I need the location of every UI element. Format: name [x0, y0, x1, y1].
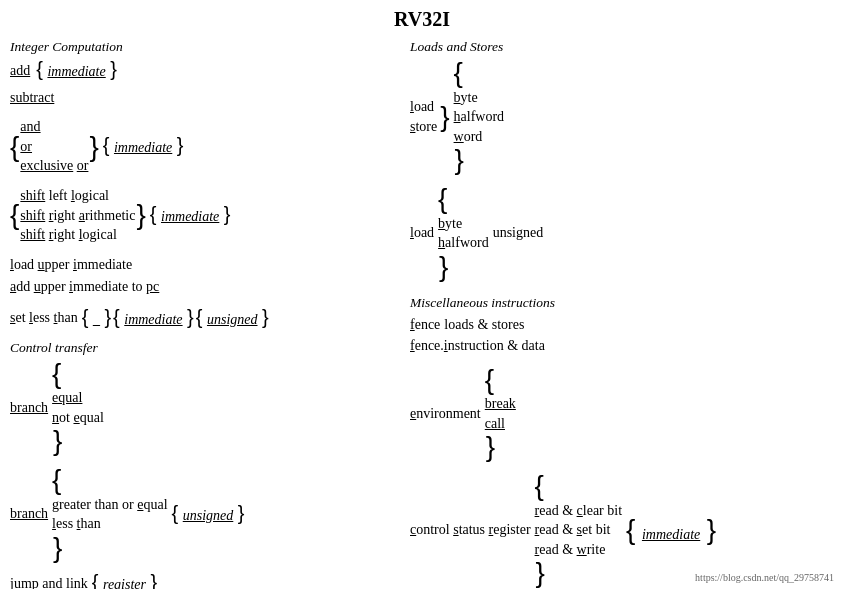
slt-unsigned-group: { unsigned }: [196, 307, 269, 330]
store-label: store: [410, 117, 437, 137]
unsigned2-label: unsigned: [493, 223, 544, 243]
immediate-add: immediate: [47, 64, 105, 79]
branch2-brace: { greater than or equal less than }: [52, 466, 167, 562]
row-load-unsigned: load { byte halfword } unsigned: [410, 185, 840, 281]
slt-immediate-label: { immediate }: [113, 307, 194, 330]
row-subtract: subtract: [10, 88, 410, 108]
shift-content: shift left logical shift right arithmeti…: [20, 186, 135, 245]
shift-right-arithmetic: shift right arithmetic: [20, 206, 135, 226]
jal-label: jump and link: [10, 574, 88, 589]
row-shift: { shift left logical shift right arithme…: [10, 186, 410, 245]
lui-label: load upper immediate: [10, 255, 132, 275]
row-environment: environment { break call }: [410, 366, 840, 462]
fence2-label: fence.instruction & data: [410, 336, 545, 356]
shift-right-logical: shift right logical: [20, 225, 116, 245]
row-add: add { immediate }: [10, 59, 410, 82]
row-load-store: load store } { byte halfword word }: [410, 59, 840, 175]
row-auipc: add upper immediate to pc: [10, 277, 410, 297]
exclusive-or-label: exclusive or: [20, 156, 88, 176]
env-brace: { break call }: [485, 366, 516, 462]
brace-right-add: }: [110, 58, 117, 80]
brace-right-shift: }: [136, 201, 145, 229]
jal-reg-group: { register }: [92, 572, 157, 589]
slt-label: set less than: [10, 308, 78, 328]
page-title: RV32I: [0, 0, 844, 31]
load2-label: load: [410, 223, 434, 243]
row-csr: control status register { read & clear b…: [410, 472, 840, 588]
row-jal: jump and link { register }: [10, 572, 410, 589]
slt-immediate-group: { _ }: [82, 307, 111, 330]
row-fence2: fence.instruction & data: [410, 336, 840, 356]
footnote: https://blog.csdn.net/qq_29758741: [695, 572, 834, 583]
branch1-label: branch: [10, 398, 48, 418]
branch2-label: branch: [10, 504, 48, 524]
immediate-logical-group: { immediate }: [103, 135, 184, 158]
csr-label: control status register: [410, 520, 531, 540]
brace-left-logical: {: [10, 133, 19, 161]
fence1-rest: loads & stores: [444, 315, 524, 335]
add-brace-group: { immediate }: [36, 59, 117, 82]
immediate-shift-group: { immediate }: [150, 204, 231, 227]
brace-left-shift: {: [10, 201, 19, 229]
csr-brace: { read & clear bit read & set bit read &…: [535, 472, 622, 588]
row-branch1: branch { equal not equal }: [10, 360, 410, 456]
env-label: environment: [410, 404, 481, 424]
branch2-unsigned-group: { unsigned }: [172, 503, 245, 526]
section-loads-stores: Loads and Stores: [410, 39, 840, 55]
section-control-transfer: Control transfer: [10, 340, 410, 356]
row-logical: { and or exclusive or } { immediate }: [10, 117, 410, 176]
right-column: Loads and Stores load store } { byte hal…: [410, 39, 840, 589]
add-label: add: [10, 61, 30, 81]
row-slt: set less than { _ } { immediate } { unsi…: [10, 307, 410, 330]
auipc-label: add upper immediate to pc: [10, 277, 159, 297]
fence1-label: fence: [410, 315, 440, 335]
load-label: load: [410, 97, 434, 117]
load2-brace: { byte halfword }: [438, 185, 489, 281]
branch1-brace: { equal not equal }: [52, 360, 104, 456]
section-integer-computation: Integer Computation: [10, 39, 410, 55]
row-fence1: fence loads & stores: [410, 315, 840, 335]
or-label: or: [20, 137, 32, 157]
logical-content: and or exclusive or: [20, 117, 88, 176]
csr-immediate-group: { immediate }: [626, 516, 716, 545]
row-lui: load upper immediate: [10, 255, 410, 275]
row-branch2: branch { greater than or equal less than…: [10, 466, 410, 562]
shift-left-logical: shift left logical: [20, 186, 109, 206]
left-column: Integer Computation add { immediate } su…: [10, 39, 410, 589]
and-label: and: [20, 117, 40, 137]
load-store-brace: { byte halfword word }: [454, 59, 505, 175]
brace-right-logical: }: [89, 133, 98, 161]
subtract-label: subtract: [10, 88, 54, 108]
section-misc: Miscellaneous instructions: [410, 295, 840, 311]
brace-left-add: {: [36, 58, 43, 80]
